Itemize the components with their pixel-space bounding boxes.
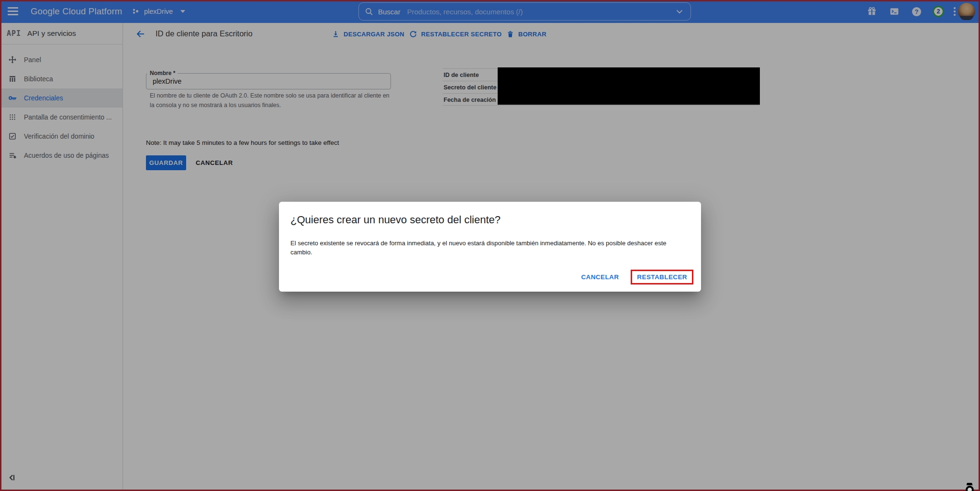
reset-secret-dialog: ¿Quieres crear un nuevo secreto del clie… (279, 202, 701, 292)
dialog-cancel-button[interactable]: CANCELAR (579, 270, 621, 284)
dialog-title: ¿Quieres crear un nuevo secreto del clie… (290, 214, 690, 226)
gcp-console-screen: Google Cloud Platform plexDrive Buscar P… (0, 0, 980, 491)
dialog-confirm-highlight: RESTABLECER (631, 270, 693, 284)
dialog-confirm-button[interactable]: RESTABLECER (632, 271, 692, 283)
dialog-body: El secreto existente se revocará de form… (290, 239, 690, 257)
dialog-actions: CANCELAR RESTABLECER (579, 270, 697, 284)
